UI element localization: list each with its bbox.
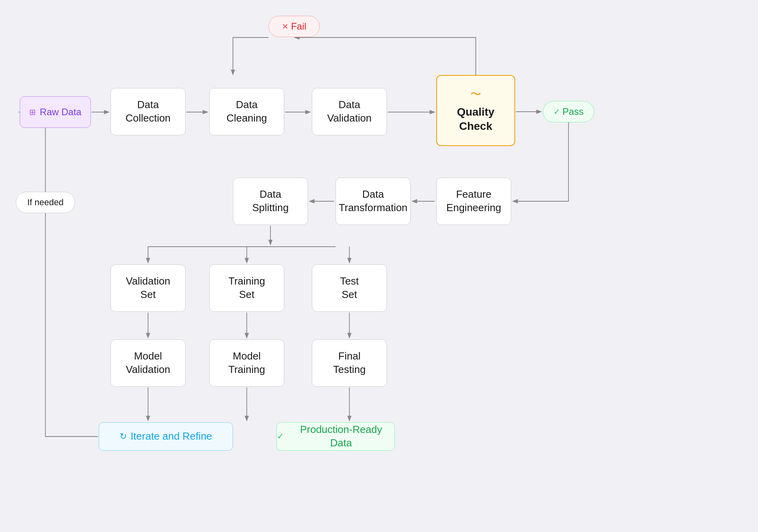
data-collection-label: Data Collection bbox=[126, 98, 171, 125]
final-testing-node: Final Testing bbox=[312, 339, 387, 387]
raw-data-node: ⊞ Raw Data bbox=[20, 96, 91, 128]
pass-icon: ✓ bbox=[553, 107, 560, 117]
iterate-label: Iterate and Refine bbox=[131, 430, 212, 443]
if-needed-label: If needed bbox=[27, 197, 64, 208]
quality-check-icon: 〜 bbox=[470, 87, 481, 101]
feature-engineering-label: Feature Engineering bbox=[447, 188, 501, 215]
quality-check-node: 〜 Quality Check bbox=[436, 75, 515, 146]
fail-label: Fail bbox=[291, 20, 306, 32]
training-set-node: Training Set bbox=[209, 264, 284, 312]
training-set-label: Training Set bbox=[229, 275, 265, 302]
pass-node: ✓ Pass bbox=[543, 101, 594, 122]
test-set-label: Test Set bbox=[340, 275, 359, 302]
iterate-node: ↻ Iterate and Refine bbox=[99, 422, 233, 451]
feature-engineering-node: Feature Engineering bbox=[436, 178, 511, 225]
iterate-icon: ↻ bbox=[120, 431, 127, 442]
data-validation-node: Data Validation bbox=[312, 88, 387, 135]
data-splitting-label: Data Splitting bbox=[252, 188, 289, 215]
model-training-node: Model Training bbox=[209, 339, 284, 387]
validation-set-node: Validation Set bbox=[111, 264, 186, 312]
fail-node: ✕ Fail bbox=[268, 16, 320, 37]
validation-set-label: Validation Set bbox=[126, 275, 170, 302]
layers-icon: ⊞ bbox=[29, 107, 36, 117]
fail-icon: ✕ bbox=[282, 21, 289, 32]
data-transformation-node: Data Transformation bbox=[336, 178, 411, 225]
model-training-label: Model Training bbox=[229, 350, 265, 377]
production-node: ✓ Production-Ready Data bbox=[276, 422, 395, 451]
model-validation-node: Model Validation bbox=[111, 339, 186, 387]
production-icon: ✓ bbox=[277, 431, 284, 442]
data-cleaning-label: Data Cleaning bbox=[227, 98, 267, 125]
data-validation-label: Data Validation bbox=[327, 98, 371, 125]
data-cleaning-node: Data Cleaning bbox=[209, 88, 284, 135]
data-collection-node: Data Collection bbox=[111, 88, 186, 135]
pass-label: Pass bbox=[563, 105, 584, 118]
final-testing-label: Final Testing bbox=[333, 350, 366, 377]
data-splitting-node: Data Splitting bbox=[233, 178, 308, 225]
model-validation-label: Model Validation bbox=[126, 350, 170, 377]
production-label: Production-Ready Data bbox=[288, 423, 394, 450]
if-needed-node: If needed bbox=[16, 192, 75, 213]
quality-check-label: Quality Check bbox=[457, 105, 495, 134]
raw-data-label: Raw Data bbox=[40, 106, 81, 118]
data-transformation-label: Data Transformation bbox=[339, 188, 407, 215]
test-set-node: Test Set bbox=[312, 264, 387, 312]
